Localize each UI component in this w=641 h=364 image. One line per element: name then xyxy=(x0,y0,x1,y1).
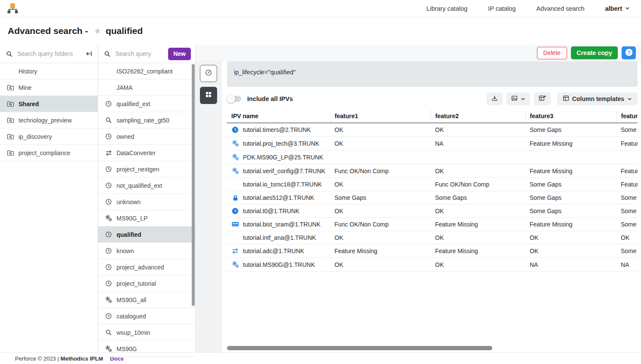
star-icon[interactable]: ★ xyxy=(94,26,101,36)
results-table-body: tutorial.timers@2.TRUNKOKOKSome GapsSome… xyxy=(227,123,638,272)
feature-cell: OK xyxy=(525,231,616,245)
feature-cell: Feature Missing xyxy=(330,245,431,258)
column-header-feature4[interactable]: feature4 xyxy=(616,110,638,123)
feature-cell: Some Gaps xyxy=(525,191,616,205)
folder-item-project_compliance[interactable]: project_compliance xyxy=(0,145,98,161)
query-item-MS90G_LP[interactable]: MS90G_LP xyxy=(98,210,195,226)
table-row[interactable]: tutorial.MS90G@1.TRUNKOKOKNANA xyxy=(227,258,638,272)
folder-item-Shared[interactable]: Shared xyxy=(0,96,98,112)
folders-search-row xyxy=(0,45,98,63)
query-item-project_nextgen[interactable]: project_nextgen xyxy=(98,161,195,177)
table-row[interactable]: tutorial.bist_sram@1.TRUNKFunc OK/Non Co… xyxy=(227,218,638,231)
lock-icon xyxy=(231,195,239,201)
include-all-ipvs-toggle[interactable] xyxy=(227,96,241,102)
query-item-project_advanced[interactable]: project_advanced xyxy=(98,259,195,275)
query-item-label: catalogued xyxy=(117,313,146,320)
feature-cell xyxy=(525,150,616,164)
new-query-button[interactable]: New xyxy=(168,48,191,60)
delete-button[interactable]: Delete xyxy=(537,47,567,59)
feature-cell xyxy=(431,150,525,164)
query-item-sampling_rate_gt50[interactable]: sampling_rate_gt50 xyxy=(98,112,195,128)
table-horizontal-scrollbar[interactable] xyxy=(227,346,492,350)
download-button[interactable] xyxy=(487,92,503,105)
add-column-button[interactable] xyxy=(534,92,551,105)
nav-advanced-search[interactable]: Advanced search xyxy=(536,5,584,12)
column-templates-button[interactable]: Column templates xyxy=(557,92,638,105)
feature-cell: Some Gaps xyxy=(616,218,638,231)
table-row[interactable]: tutorial.intf_ana@1.TRUNKOKOKOKOK xyxy=(227,231,638,245)
feature-cell: NA xyxy=(616,258,638,272)
collapse-panel-icon[interactable] xyxy=(85,49,93,58)
include-all-ipvs-control: Include all IPVs xyxy=(227,95,293,102)
column-header-feature1[interactable]: feature1 xyxy=(330,110,431,123)
create-copy-button[interactable]: Create copy xyxy=(571,46,618,59)
query-item-MS90G_all[interactable]: MS90G_all xyxy=(98,292,195,308)
query-item-project_tutorial[interactable]: project_tutorial xyxy=(98,275,195,292)
nav-library-catalog[interactable]: Library catalog xyxy=(426,5,467,12)
folder-item-Mine[interactable]: Mine xyxy=(0,80,98,96)
user-menu[interactable]: albert xyxy=(605,5,630,12)
table-row[interactable]: tutorial.proj_tech@3.TRUNKOKNAFeature Mi… xyxy=(227,137,638,150)
query-item-label: qualified xyxy=(117,231,141,238)
feature-cell: OK xyxy=(330,137,431,150)
queries-scrollbar[interactable] xyxy=(192,64,195,306)
feature-cell: Some Gaps xyxy=(616,205,638,218)
feature-cell: OK xyxy=(525,245,616,258)
app-window: Library catalog IP catalog Advanced sear… xyxy=(0,0,641,364)
user-name: albert xyxy=(605,5,623,12)
feature-cell: OK xyxy=(330,231,431,245)
query-expression-box[interactable]: ip_lifecycle="qualified" xyxy=(227,61,638,87)
feature-cell: Func OK/Non Comp xyxy=(330,218,431,231)
query-folders-panel: HistoryMineSharedtechnology_previewip_di… xyxy=(0,45,98,352)
query-item-owned[interactable]: owned xyxy=(98,128,195,145)
query-item-catalogued[interactable]: catalogued xyxy=(98,308,195,324)
query-item-label: owned xyxy=(117,133,134,140)
query-item-JAMA[interactable]: JAMA xyxy=(98,80,195,96)
feature-cell: Func OK/Non Comp xyxy=(330,164,431,178)
column-header-ipv-name[interactable]: IPV name xyxy=(227,110,330,123)
content-area: HistoryMineSharedtechnology_previewip_di… xyxy=(0,45,641,352)
folder-item-ip_discovery[interactable]: ip_discovery xyxy=(0,128,98,145)
query-item-ISO26262_compliant[interactable]: ISO26262_compliant xyxy=(98,63,195,80)
table-row[interactable]: tutorial.adc@1.TRUNKFeature MissingFeatu… xyxy=(227,245,638,258)
ipv-name-cell: tutorial.MS90G@1.TRUNK xyxy=(227,258,330,272)
dashboard-view-button[interactable] xyxy=(200,65,217,82)
table-row[interactable]: tutorial.aes512@1.TRUNKSome GapsSome Gap… xyxy=(227,191,638,205)
footer-brand: Methodics IPLM xyxy=(61,355,103,362)
queries-search-input[interactable] xyxy=(114,50,164,58)
folder-search-icon xyxy=(7,150,14,156)
gauge-icon xyxy=(205,69,212,78)
table-view-button[interactable] xyxy=(200,87,217,104)
nav-ip-catalog[interactable]: IP catalog xyxy=(488,5,515,12)
table-row[interactable]: tutorial.verif_config@7.TRUNKFunc OK/Non… xyxy=(227,164,638,178)
clock-icon xyxy=(105,248,112,254)
page-title-query-name: qualified xyxy=(106,26,143,36)
folder-item-label: project_compliance xyxy=(18,150,71,156)
folder-item-History[interactable]: History xyxy=(0,63,98,80)
query-item-qualified[interactable]: qualified xyxy=(98,226,195,243)
app-logo-icon[interactable] xyxy=(7,3,18,14)
query-item-label: not_qualified_ext xyxy=(117,182,162,189)
ipv-name: tutorial.bist_sram@1.TRUNK xyxy=(243,221,321,228)
export-image-button[interactable] xyxy=(506,92,530,105)
column-header-feature2[interactable]: feature2 xyxy=(431,110,525,123)
ipv-name: tutorial.aes512@1.TRUNK xyxy=(243,194,314,201)
table-row[interactable]: tutorial.t0@1.TRUNKOKOKSome GapsSome Gap… xyxy=(227,205,638,218)
table-row[interactable]: tutorial.io_tsmc18@7.TRUNKOKFunc OK/Non … xyxy=(227,178,638,191)
query-item-not_qualified_ext[interactable]: not_qualified_ext xyxy=(98,177,195,194)
query-item-known[interactable]: known xyxy=(98,243,195,259)
query-item-wsup_10min[interactable]: wsup_10min xyxy=(98,324,195,341)
column-header-feature3[interactable]: feature3 xyxy=(525,110,616,123)
help-button[interactable]: ? xyxy=(622,46,636,59)
query-item-qualified_ext[interactable]: qualified_ext xyxy=(98,96,195,112)
table-row[interactable]: PDK.MS90G_LP@25.TRUNK xyxy=(227,150,638,164)
folder-item-technology_preview[interactable]: technology_preview xyxy=(0,112,98,128)
feature-cell: Some Gaps xyxy=(616,245,638,258)
folders-search-input[interactable] xyxy=(16,50,81,58)
table-row[interactable]: tutorial.timers@2.TRUNKOKOKSome GapsSome… xyxy=(227,123,638,137)
toggle-knob xyxy=(227,95,235,103)
question-icon: ? xyxy=(625,48,633,58)
query-item-MS90G[interactable]: MS90G xyxy=(98,341,195,357)
query-item-DataConverter[interactable]: DataConverter xyxy=(98,145,195,161)
query-item-unknown[interactable]: unknown xyxy=(98,194,195,210)
